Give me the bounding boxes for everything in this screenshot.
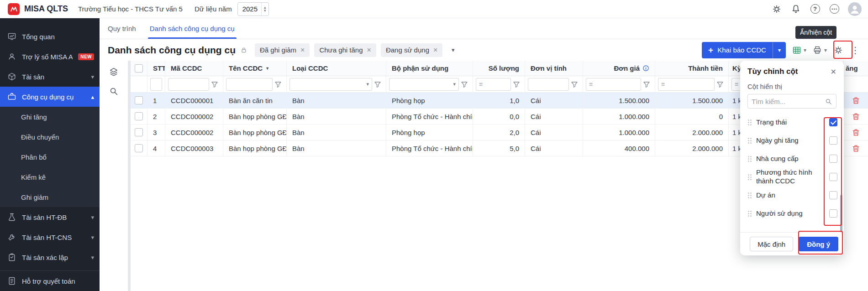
row-checkbox[interactable]: [135, 128, 143, 136]
delete-row-button[interactable]: [852, 96, 860, 105]
submenu-item-ghi-giam[interactable]: Ghi giảm: [0, 187, 100, 207]
delete-row-button[interactable]: [852, 144, 860, 153]
declare-ccdc-button[interactable]: + Khai báo CCDC: [702, 42, 773, 58]
header-ten-ccdc[interactable]: Tên CCDC ▼: [223, 61, 287, 76]
funnel-icon[interactable]: [716, 80, 726, 89]
filter-dvt-input[interactable]: [528, 78, 569, 91]
declare-ccdc-split-button[interactable]: + Khai báo CCDC ▾: [702, 42, 786, 58]
more-options-icon[interactable]: ⋯: [829, 4, 840, 15]
tab-danh-sach-ccdc[interactable]: Danh sách công cụ dụng cụ: [150, 18, 235, 39]
header-clipped-column[interactable]: ăng: [844, 61, 868, 76]
delete-row-button[interactable]: [852, 112, 860, 121]
column-item-du-an[interactable]: Dự án: [740, 186, 844, 204]
column-checkbox[interactable]: [829, 136, 837, 145]
filter-chip-dang-su-dung[interactable]: Đang sử dụng ×: [381, 43, 442, 57]
filter-loai-select[interactable]: ▾: [289, 78, 372, 91]
declare-ccdc-dropdown[interactable]: ▾: [773, 42, 786, 58]
drag-handle-icon[interactable]: [747, 174, 752, 180]
default-button[interactable]: Mặc định: [750, 237, 793, 251]
tab-quy-trinh[interactable]: Quy trình: [108, 18, 136, 39]
funnel-icon[interactable]: [461, 80, 470, 89]
column-checkbox[interactable]: [829, 118, 837, 126]
user-avatar[interactable]: [848, 2, 862, 16]
drag-handle-icon[interactable]: [747, 137, 752, 144]
column-checkbox[interactable]: [829, 155, 837, 163]
year-select[interactable]: 2025 ▴ ▾: [237, 2, 269, 16]
row-checkbox[interactable]: [135, 144, 143, 152]
confirm-button[interactable]: Đồng ý: [799, 237, 838, 251]
more-actions-button[interactable]: ⋮: [850, 45, 861, 56]
filter-chip-chua-ghi-tang[interactable]: Chưa ghi tăng ×: [314, 43, 376, 57]
filter-ten-input[interactable]: [226, 78, 273, 91]
close-icon[interactable]: ✕: [831, 68, 836, 76]
sidebar-item-tong-quan[interactable]: Tổng quan: [0, 26, 100, 47]
column-item-nha-cung-cap[interactable]: Nhà cung cấp: [740, 150, 844, 168]
row-checkbox[interactable]: [135, 96, 143, 104]
submenu-item-ghi-tang[interactable]: Ghi tăng: [0, 107, 100, 127]
column-item-phuong-thuc-hinh-thanh[interactable]: Phương thức hình thành CCDC: [740, 168, 844, 186]
funnel-icon[interactable]: [374, 80, 383, 89]
panel-scrollbar[interactable]: [840, 195, 842, 232]
column-item-ngay-ghi-tang[interactable]: Ngày ghi tăng: [740, 131, 844, 150]
info-icon[interactable]: [642, 65, 649, 72]
equals-icon[interactable]: =: [661, 81, 665, 88]
funnel-icon[interactable]: [643, 80, 652, 89]
equals-icon[interactable]: =: [589, 81, 593, 88]
filter-soluong-input[interactable]: =: [476, 78, 511, 91]
drag-handle-icon[interactable]: [747, 119, 752, 125]
filter-dongia-input[interactable]: =: [586, 78, 641, 91]
header-so-luong[interactable]: Số lượng: [473, 61, 525, 76]
drag-handle-icon[interactable]: [747, 192, 752, 198]
column-checkbox[interactable]: [829, 209, 837, 218]
chips-dropdown-button[interactable]: ▾: [447, 44, 459, 56]
submenu-item-phan-bo[interactable]: Phân bổ: [0, 147, 100, 167]
header-don-vi-tinh[interactable]: Đơn vị tính: [525, 61, 583, 76]
search-icon[interactable]: [109, 86, 119, 96]
header-bo-phan[interactable]: Bộ phận sử dụng: [386, 61, 473, 76]
notifications-bell-icon[interactable]: [790, 4, 801, 15]
header-thanh-tien[interactable]: Thành tiền: [655, 61, 729, 76]
funnel-icon[interactable]: [274, 80, 284, 89]
header-stt[interactable]: STT: [147, 61, 165, 76]
filter-ma-input[interactable]: [168, 78, 209, 91]
header-don-gia[interactable]: Đơn giá: [583, 61, 655, 76]
column-search-box[interactable]: [747, 94, 836, 109]
equals-icon[interactable]: =: [735, 81, 738, 88]
row-checkbox[interactable]: [135, 112, 143, 120]
filter-chip-da-ghi-giam[interactable]: Đã ghi giảm ×: [255, 43, 310, 57]
column-checkbox[interactable]: [829, 173, 837, 181]
header-ma-ccdc[interactable]: Mã CCDC: [165, 61, 223, 76]
view-layout-button[interactable]: ▾: [792, 46, 806, 55]
help-icon[interactable]: ?: [810, 4, 821, 15]
funnel-icon[interactable]: [211, 80, 220, 89]
settings-gear-icon[interactable]: [771, 4, 782, 15]
sidebar-item-tai-san-ht-db[interactable]: Tài sản HT-ĐB ▾: [0, 207, 100, 227]
column-search-input[interactable]: [752, 98, 822, 105]
print-button[interactable]: ▾: [813, 46, 827, 55]
drag-handle-icon[interactable]: [747, 156, 752, 162]
sidebar-item-cong-cu-dung-cu[interactable]: Công cụ dụng cụ ▴: [0, 87, 100, 107]
column-item-nguoi-su-dung[interactable]: Người sử dụng: [740, 204, 844, 223]
sidebar-item-tai-san[interactable]: Tài sản ▾: [0, 67, 100, 87]
header-loai-ccdc[interactable]: Loại CCDC: [287, 61, 386, 76]
chip-close-icon[interactable]: ×: [367, 47, 371, 54]
funnel-icon[interactable]: [513, 80, 522, 89]
chip-close-icon[interactable]: ×: [300, 47, 305, 54]
filter-bophan-select[interactable]: ▾: [389, 78, 459, 91]
chip-close-icon[interactable]: ×: [433, 47, 437, 54]
filter-thanhtien-input[interactable]: =: [658, 78, 715, 91]
sidebar-item-ho-tro-quyet-toan[interactable]: Hỗ trợ quyết toán: [0, 271, 100, 291]
sidebar-item-tai-san-ht-cns[interactable]: Tài sản HT-CNS ▾: [0, 227, 100, 247]
submenu-item-dieu-chuyen[interactable]: Điều chuyển: [0, 127, 100, 147]
funnel-icon[interactable]: [571, 80, 580, 89]
drag-handle-icon[interactable]: [747, 210, 752, 217]
delete-row-button[interactable]: [852, 128, 860, 137]
column-settings-gear-button[interactable]: [833, 45, 843, 55]
column-checkbox[interactable]: [829, 191, 837, 199]
submenu-item-kiem-ke[interactable]: Kiểm kê: [0, 167, 100, 187]
spinner-down-icon[interactable]: ▾: [264, 9, 266, 12]
select-all-checkbox[interactable]: [135, 64, 143, 73]
layers-icon[interactable]: [109, 67, 119, 77]
sidebar-item-tro-ly-ava[interactable]: Trợ lý số MISA AVA NEW: [0, 47, 100, 67]
year-spinner[interactable]: ▴ ▾: [261, 3, 268, 16]
